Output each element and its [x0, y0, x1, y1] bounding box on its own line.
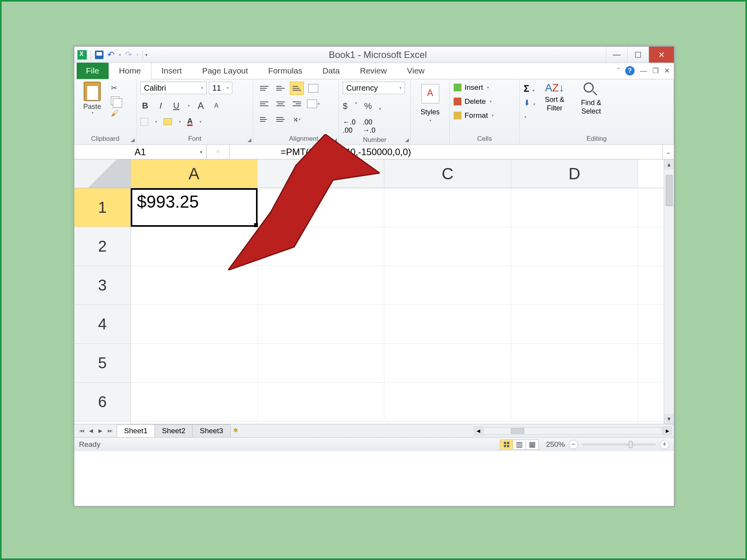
merge-center-icon[interactable]: ▾ [306, 97, 320, 110]
percent-format-icon[interactable]: % [364, 101, 372, 111]
cell-b2[interactable] [258, 227, 384, 266]
col-header-b[interactable]: B [258, 159, 384, 188]
col-header-c[interactable]: C [384, 159, 511, 188]
sheet-nav-next-icon[interactable]: ▶ [96, 427, 105, 435]
select-all-corner[interactable] [74, 159, 130, 188]
wrap-text-icon[interactable] [306, 82, 320, 95]
cell-b4[interactable] [258, 305, 384, 343]
cancel-formula-icon[interactable]: ✕ [216, 148, 221, 156]
sheet-nav-prev-icon[interactable]: ◀ [87, 427, 95, 435]
hscroll-thumb[interactable] [511, 428, 524, 434]
orientation-icon[interactable]: ⤭▾ [290, 113, 304, 126]
sheet-tab-sheet2[interactable]: Sheet2 [154, 424, 193, 437]
view-page-layout-icon[interactable]: ▥ [513, 439, 526, 450]
align-middle-icon[interactable] [274, 82, 288, 95]
cell-a6[interactable] [131, 383, 258, 421]
cell-a2[interactable] [131, 227, 258, 266]
alignment-dialog-launcher-icon[interactable]: ◢ [333, 137, 337, 143]
cell-b1[interactable] [258, 188, 384, 227]
fill-icon[interactable]: ⬇ ▾ [524, 98, 535, 107]
align-bottom-icon[interactable] [290, 82, 304, 95]
increase-indent-icon[interactable] [274, 113, 288, 126]
format-cells-button[interactable]: Format ▾ [454, 111, 494, 120]
align-right-icon[interactable] [290, 97, 304, 110]
tab-view[interactable]: View [397, 63, 435, 79]
expand-formula-bar-icon[interactable]: ⌄ [662, 145, 674, 159]
cell-b6[interactable] [258, 383, 384, 421]
shrink-font-icon[interactable]: A [212, 102, 221, 109]
minimize-button[interactable]: — [606, 47, 627, 63]
comma-format-icon[interactable]: , [379, 101, 381, 111]
number-dialog-launcher-icon[interactable]: ◢ [405, 137, 409, 143]
borders-icon[interactable] [140, 118, 148, 126]
underline-button[interactable]: U [172, 101, 181, 111]
cell-c4[interactable] [384, 305, 511, 343]
cell-d3[interactable] [511, 266, 638, 304]
cell-b5[interactable] [258, 344, 384, 382]
workbook-restore-icon[interactable]: ❐ [652, 66, 659, 75]
name-box[interactable]: A1▾ [74, 145, 207, 159]
hscroll-right-icon[interactable]: ▶ [663, 427, 672, 435]
cell-a1[interactable]: $993.25 [131, 188, 258, 227]
cell-a4[interactable] [131, 305, 258, 343]
cut-icon[interactable]: ✂ [111, 83, 119, 93]
zoom-in-button[interactable]: + [660, 440, 669, 449]
col-header-a[interactable]: A [131, 159, 258, 188]
save-icon[interactable] [95, 51, 103, 59]
font-name-combo[interactable]: Calibri▾ [140, 82, 207, 94]
decrease-indent-icon[interactable] [257, 113, 271, 126]
view-normal-icon[interactable] [500, 439, 513, 450]
undo-icon[interactable]: ↶ [107, 51, 114, 59]
maximize-button[interactable]: ☐ [627, 47, 649, 63]
undo-dropdown[interactable]: ▾ [119, 53, 121, 57]
font-color-icon[interactable]: A [187, 117, 193, 126]
scroll-down-icon[interactable]: ▼ [664, 414, 674, 424]
tab-formulas[interactable]: Formulas [258, 63, 312, 79]
format-painter-icon[interactable]: 🖌 [111, 109, 119, 118]
cell-a5[interactable] [131, 344, 258, 382]
paste-button[interactable]: Paste ▾ [78, 82, 106, 115]
zoom-out-button[interactable]: − [569, 440, 578, 449]
copy-icon[interactable] [111, 96, 119, 105]
cell-b3[interactable] [258, 266, 384, 304]
view-page-break-icon[interactable]: ▦ [526, 439, 539, 450]
zoom-slider[interactable] [582, 443, 656, 446]
cell-c6[interactable] [384, 383, 511, 421]
number-format-combo[interactable]: Currency▾ [343, 82, 405, 94]
cell-d1[interactable] [511, 188, 638, 227]
sort-filter-button[interactable]: AZ↓ Sort & Filter [538, 82, 572, 112]
increase-decimal-icon[interactable]: ←.0.00 [343, 118, 356, 135]
tab-insert[interactable]: Insert [151, 63, 192, 79]
row-header-4[interactable]: 4 [74, 305, 130, 344]
cell-a3[interactable] [131, 266, 258, 304]
zoom-level[interactable]: 250% [546, 440, 565, 449]
zoom-slider-thumb[interactable] [629, 441, 633, 448]
hscroll-left-icon[interactable]: ◀ [474, 427, 482, 435]
font-size-combo[interactable]: 11▾ [209, 82, 232, 94]
close-button[interactable]: ✕ [649, 47, 674, 63]
find-select-button[interactable]: Find & Select [574, 82, 608, 116]
fill-color-icon[interactable] [163, 118, 172, 125]
insert-cells-button[interactable]: Insert ▾ [454, 83, 489, 92]
italic-button[interactable]: I [156, 101, 165, 111]
row-header-2[interactable]: 2 [74, 227, 130, 266]
tab-review[interactable]: Review [350, 63, 397, 79]
sheet-nav-first-icon[interactable]: ⏮ [77, 427, 86, 435]
redo-dropdown[interactable]: ▾ [137, 53, 139, 57]
clipboard-dialog-launcher-icon[interactable]: ◢ [131, 137, 135, 143]
tab-page-layout[interactable]: Page Layout [192, 63, 258, 79]
row-header-1[interactable]: 1 [74, 188, 130, 227]
align-center-icon[interactable] [274, 97, 288, 110]
row-header-6[interactable]: 6 [74, 383, 130, 422]
new-sheet-icon[interactable] [233, 427, 245, 435]
tab-home[interactable]: Home [109, 62, 151, 79]
vertical-scrollbar[interactable]: ▲ ▼ [664, 159, 674, 424]
cell-d4[interactable] [511, 305, 638, 343]
sheet-tab-sheet3[interactable]: Sheet3 [192, 424, 230, 437]
cell-c2[interactable] [384, 227, 511, 266]
cell-c3[interactable] [384, 266, 511, 304]
help-icon[interactable]: ? [625, 66, 635, 75]
tab-data[interactable]: Data [312, 63, 350, 79]
horizontal-scrollbar[interactable]: ◀ ▶ [474, 427, 674, 435]
qat-customize-icon[interactable]: ▾ [142, 51, 150, 59]
